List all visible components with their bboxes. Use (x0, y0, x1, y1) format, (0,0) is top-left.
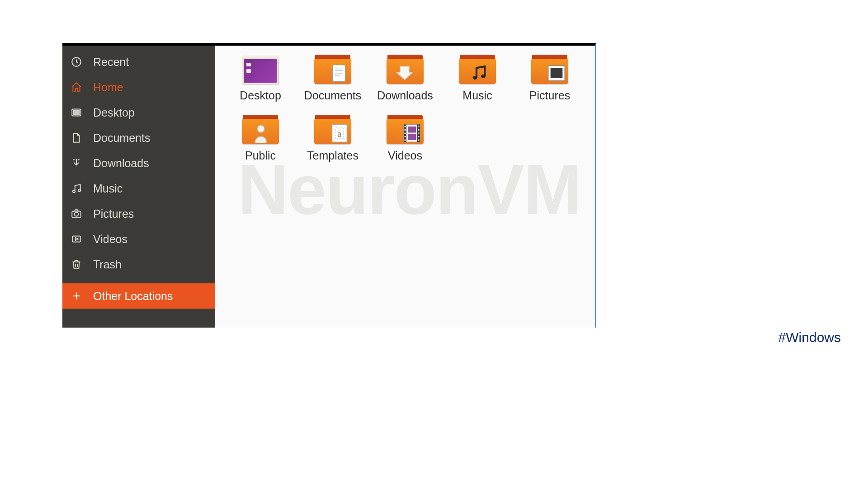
document-icon (71, 132, 93, 144)
camera-icon (71, 208, 93, 220)
svg-rect-33 (405, 140, 406, 141)
svg-point-16 (473, 76, 477, 80)
folder-label: Videos (388, 149, 422, 162)
svg-rect-19 (551, 68, 563, 78)
folder-label: Public (245, 149, 276, 162)
plus-icon (71, 290, 93, 302)
file-manager-window: Recent Home Desktop Documents Downloads (62, 43, 596, 328)
svg-rect-32 (405, 136, 406, 137)
svg-rect-30 (405, 129, 406, 131)
folder-label: Downloads (377, 89, 433, 102)
folder-label: Pictures (529, 89, 570, 102)
folder-music[interactable]: Music (441, 55, 514, 102)
sidebar-item-label: Trash (93, 258, 122, 271)
svg-point-5 (79, 160, 79, 160)
folder-icon (387, 55, 424, 84)
svg-point-4 (76, 160, 76, 160)
folder-label: Desktop (240, 89, 281, 102)
folder-label: Templates (307, 149, 359, 162)
folder-public[interactable]: Public (224, 115, 297, 162)
sidebar-item-home[interactable]: Home (62, 75, 215, 100)
sidebar-item-documents[interactable]: Documents (62, 125, 215, 150)
sidebar-item-pictures[interactable]: Pictures (62, 201, 215, 226)
folder-templates[interactable]: a Templates (297, 115, 369, 162)
folder-documents[interactable]: Documents (297, 55, 369, 102)
sidebar-item-label: Documents (93, 131, 150, 145)
download-icon (71, 157, 93, 169)
svg-rect-27 (408, 127, 416, 133)
sidebar-item-label: Other Locations (93, 290, 173, 303)
videos-emblem-icon (403, 124, 421, 143)
folder-icon (459, 55, 496, 84)
folder-downloads[interactable]: Downloads (369, 55, 441, 102)
folder-icon (531, 55, 568, 84)
svg-rect-36 (418, 133, 420, 134)
svg-rect-37 (418, 136, 420, 137)
folder-icon (387, 115, 424, 145)
svg-rect-2 (73, 110, 80, 115)
download-emblem-icon (396, 63, 414, 82)
svg-point-3 (74, 160, 74, 160)
video-icon (71, 233, 93, 245)
svg-rect-35 (418, 129, 420, 131)
svg-point-20 (257, 125, 265, 133)
sidebar-item-label: Home (93, 81, 123, 94)
home-icon (71, 81, 93, 93)
svg-rect-34 (418, 126, 420, 127)
public-emblem-icon (252, 124, 270, 143)
pictures-emblem-icon (547, 64, 566, 83)
sidebar-item-label: Pictures (93, 207, 134, 221)
sidebar-item-label: Desktop (93, 106, 135, 119)
desktop-screen-icon (242, 55, 279, 84)
svg-point-7 (78, 189, 80, 192)
desktop-folder-icon (71, 107, 93, 118)
sidebar-item-recent[interactable]: Recent (62, 49, 215, 75)
folder-grid: Desktop Documents (215, 46, 595, 184)
sidebar-item-trash[interactable]: Trash (62, 252, 215, 277)
svg-rect-31 (405, 133, 406, 134)
main-content[interactable]: NeuronVM Desktop Documents (215, 46, 595, 328)
folder-icon (242, 115, 279, 145)
folder-pictures[interactable]: Pictures (514, 55, 586, 102)
trash-icon (71, 258, 93, 270)
svg-text:a: a (337, 128, 342, 139)
sidebar-item-videos[interactable]: Videos (62, 226, 215, 252)
svg-rect-38 (418, 140, 420, 141)
sidebar-item-label: Music (93, 182, 123, 195)
folder-label: Documents (304, 89, 361, 102)
sidebar-item-downloads[interactable]: Downloads (62, 150, 215, 176)
sidebar: Recent Home Desktop Documents Downloads (62, 46, 215, 328)
svg-point-9 (75, 212, 79, 216)
folder-desktop[interactable]: Desktop (224, 55, 297, 102)
templates-emblem-icon: a (330, 124, 349, 143)
sidebar-item-label: Videos (93, 233, 127, 246)
sidebar-item-desktop[interactable]: Desktop (62, 100, 215, 125)
svg-rect-28 (408, 134, 416, 141)
svg-rect-29 (405, 126, 406, 127)
svg-point-6 (73, 190, 75, 192)
folder-videos[interactable]: Videos (369, 115, 441, 162)
music-emblem-icon (470, 64, 488, 83)
folder-icon: a (314, 115, 351, 145)
folder-icon (314, 55, 351, 84)
document-emblem-icon (330, 64, 349, 83)
sidebar-item-label: Downloads (93, 157, 149, 170)
footer-hashtag: #Windows (778, 330, 841, 345)
folder-label: Music (462, 89, 492, 102)
clock-icon (71, 56, 93, 68)
sidebar-item-music[interactable]: Music (62, 176, 215, 201)
sidebar-item-other-locations[interactable]: Other Locations (62, 283, 215, 309)
music-icon (71, 183, 93, 194)
sidebar-item-label: Recent (93, 56, 129, 69)
svg-point-17 (481, 75, 486, 78)
